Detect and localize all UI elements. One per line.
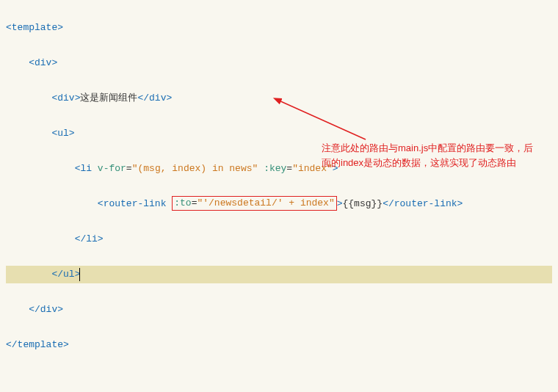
string: "(msg, index) in news" [132, 163, 258, 174]
tag: </router-link> [383, 198, 463, 209]
tag: </div> [137, 92, 172, 104]
code-line: </div> [6, 301, 552, 319]
tag: <router-link [98, 198, 172, 209]
code-line: </template> [6, 336, 552, 354]
attr: v-for [98, 163, 126, 174]
eq: = [126, 163, 132, 174]
tag: </ul> [51, 269, 80, 280]
cursor-line: </ul> [6, 266, 552, 283]
attr: :key [264, 163, 286, 174]
highlighted-attribute: :to="'/newsdetail/' + index" [172, 196, 336, 211]
tag: > [337, 198, 343, 209]
tag: <template> [6, 22, 63, 33]
attr: :to [174, 197, 191, 208]
tag: <li [75, 163, 98, 174]
string: "'/newsdetail/' + index" [197, 197, 334, 208]
code-line: <ul> [6, 125, 552, 142]
code-line: <router-link :to="'/newsdetail/' + index… [6, 195, 552, 213]
eq: = [286, 163, 292, 174]
tag: <div> [51, 92, 80, 104]
tag: </template> [6, 339, 69, 350]
code-line: <div>这是新闻组件</div> [6, 90, 552, 107]
tag: <ul> [51, 128, 74, 139]
tag: </div> [29, 304, 63, 315]
code-line [6, 371, 552, 389]
code-line: <div> [6, 54, 552, 72]
code-editor: <template> <div> <div>这是新闻组件</div> <ul> … [0, 0, 558, 392]
annotation-text: 注意此处的路由与main.js中配置的路由要一致，后面的index是动态的数据，… [322, 141, 542, 170]
binding: {{msg}} [343, 198, 383, 209]
text: 这是新闻组件 [80, 92, 137, 104]
text-cursor [79, 268, 80, 281]
tag: </li> [75, 233, 104, 244]
code-line: <template> [6, 19, 552, 37]
tag: <div> [29, 57, 57, 68]
code-line: </li> [6, 231, 552, 248]
